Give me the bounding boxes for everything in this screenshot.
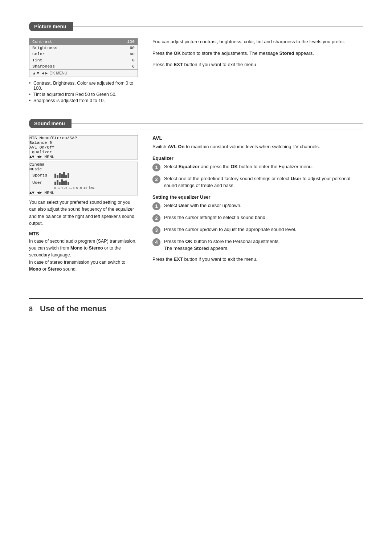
bullet-tint: Tint is adjusted from Red 50 to Green 50…	[29, 92, 138, 97]
setting-step-number-4: 4	[152, 238, 160, 246]
page-title: Use of the menus	[40, 304, 106, 313]
picture-desc-2: Press the OK button to store the adjustm…	[152, 50, 363, 57]
picture-menu-header: Picture menu	[29, 22, 73, 31]
setting-step-number-1: 1	[152, 202, 160, 210]
menu-row-brightness: Brightness 60	[29, 45, 138, 51]
picture-desc-1: You can adjust picture contrast, brightn…	[152, 38, 363, 45]
page-number: 8	[29, 305, 33, 313]
setting-step-3: 3 Press the cursor up/down to adjust the…	[152, 226, 363, 234]
bullet-sharpness: Sharpness is adjusted from 0 to 10.	[29, 98, 138, 103]
sound-bottom-footer: ▲▼ ◄► MENU	[29, 190, 138, 195]
sound-menu-content: MTS Mono/Stereo/SAP Balance 0 AVL On/Off…	[29, 135, 363, 276]
mts-text: In case of second audio program (SAP) tr…	[29, 238, 138, 273]
sound-menu-left: MTS Mono/Stereo/SAP Balance 0 AVL On/Off…	[29, 135, 138, 276]
picture-menu-box: Contrast 100 Brightness 60 Color 60 Tint…	[29, 38, 138, 77]
picture-menu-title-row: Picture menu	[29, 22, 363, 33]
menu-row-tint: Tint 0	[29, 57, 138, 63]
sound-top-menu-box: MTS Mono/Stereo/SAP Balance 0 AVL On/Off…	[29, 135, 138, 159]
picture-desc-3: Press the EXT button if you want to exit…	[152, 61, 363, 68]
setting-step-2-text: Press the cursor left/right to select a …	[164, 214, 267, 221]
sound-menu-header: Sound menu	[29, 119, 72, 128]
sound-row-user: User	[29, 179, 138, 186]
picture-menu-section: Picture menu Contrast 100 Brightness 60 …	[29, 22, 363, 104]
setting-step-3-text: Press the cursor up/down to adjust the a…	[164, 226, 296, 233]
eq-bars-sports	[54, 172, 69, 178]
sound-row-sports: Sports	[29, 171, 138, 179]
menu-row-color: Color 60	[29, 51, 138, 57]
sound-top-footer: ▲▼ ◄► MENU	[29, 154, 138, 159]
mts-heading: MTS	[29, 231, 138, 236]
sound-row-mts: MTS Mono/Stereo/SAP	[29, 135, 138, 140]
eq-step-2: 2 Select one of the predefined factory s…	[152, 175, 363, 189]
picture-menu-title: Picture menu	[34, 24, 66, 29]
picture-bullets: Contrast, Brightness, Color are adjusted…	[29, 81, 138, 103]
bullet-contrast: Contrast, Brightness, Color are adjusted…	[29, 81, 138, 91]
setting-step-number-3: 3	[152, 226, 160, 234]
sound-row-music: Music	[29, 167, 138, 171]
sound-menu-right: AVL Switch AVL On to maintain constant v…	[152, 135, 363, 276]
setting-step-1: 1 Select User with the cursor up/down.	[152, 202, 363, 210]
picture-menu-left: Contrast 100 Brightness 60 Color 60 Tint…	[29, 38, 138, 104]
setting-step-2: 2 Press the cursor left/right to select …	[152, 214, 363, 222]
setting-step-1-text: Select User with the cursor up/down.	[164, 202, 241, 209]
sound-row-equalizer: Equalizer	[29, 150, 138, 154]
page-footer: 8 Use of the menus	[29, 298, 363, 313]
sound-menu-section: Sound menu MTS Mono/Stereo/SAP Balance 0…	[29, 119, 363, 276]
sound-row-balance: Balance 0	[29, 140, 138, 145]
setting-eq-user-heading: Setting the equalizer User	[152, 194, 363, 200]
sound-bottom-menu-box: Cinema Music Sports	[29, 162, 138, 195]
sound-menu-title-row: Sound menu	[29, 119, 363, 130]
picture-menu-content: Contrast 100 Brightness 60 Color 60 Tint…	[29, 38, 363, 104]
avl-heading: AVL	[152, 135, 363, 141]
sound-menu-title: Sound menu	[34, 121, 65, 126]
setting-step-number-2: 2	[152, 214, 160, 222]
step-number-1: 1	[152, 163, 160, 171]
exit-text: Press the EXT button if you want to exit…	[152, 256, 363, 263]
eq-step-1-text: Select Equalizer and press the OK button…	[164, 163, 313, 170]
avl-text: Switch AVL On to maintain constant volum…	[152, 143, 363, 150]
eq-bars-user	[54, 179, 69, 185]
eq-step-2-text: Select one of the predefined factory sou…	[164, 175, 363, 189]
eq-step-1: 1 Select Equalizer and press the OK butt…	[152, 163, 363, 171]
step-number-2: 2	[152, 175, 160, 183]
sound-row-avl: AVL On/Off	[29, 145, 138, 150]
menu-row-contrast: Contrast 100	[29, 39, 138, 45]
setting-step-4: 4 Press the OK button to store the Perso…	[152, 238, 363, 252]
picture-menu-footer: ▲▼ ◄► OK MENU	[29, 69, 138, 77]
equalizer-heading: Equalizer	[152, 155, 363, 161]
menu-row-sharpness: Sharpness 6	[29, 63, 138, 69]
picture-menu-right: You can adjust picture contrast, brightn…	[152, 38, 363, 104]
sound-row-cinema: Cinema	[29, 162, 138, 167]
setting-step-4-text: Press the OK button to store the Persona…	[164, 238, 280, 252]
sound-body-text: You can select your preferred sound sett…	[29, 199, 138, 227]
eq-frequency-labels: 0.1 0.5 1.5 5.0 10 kHz	[29, 186, 138, 190]
